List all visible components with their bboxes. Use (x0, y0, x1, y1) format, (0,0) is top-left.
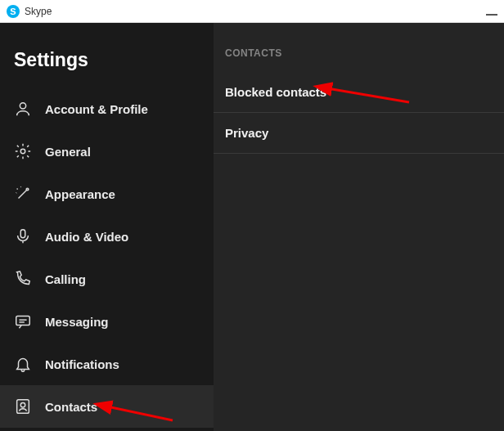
svg-rect-4 (16, 317, 30, 325)
app-body: Settings Account & Profile General Appea… (0, 23, 504, 431)
gear-icon (14, 142, 32, 160)
svg-rect-7 (17, 400, 29, 414)
svg-point-0 (20, 103, 25, 109)
sidebar-item-label: Messaging (45, 315, 109, 329)
svg-rect-3 (20, 230, 25, 238)
sidebar-item-label: Account & Profile (45, 102, 148, 116)
sidebar-item-label: Appearance (45, 187, 115, 201)
phone-icon (14, 270, 32, 288)
main-item-privacy[interactable]: Privacy (214, 113, 504, 154)
app-title: Skype (25, 6, 52, 17)
main-panel: CONTACTS Blocked contacts Privacy (214, 23, 504, 431)
sidebar-item-notifications[interactable]: Notifications (0, 343, 214, 385)
contacts-icon (14, 397, 32, 415)
sidebar-item-calling[interactable]: Calling (0, 258, 214, 300)
svg-point-8 (20, 402, 25, 407)
svg-point-1 (20, 149, 25, 154)
person-icon (14, 100, 32, 118)
sidebar-item-label: General (45, 145, 91, 159)
sidebar-item-contacts[interactable]: Contacts (0, 385, 214, 428)
section-header: CONTACTS (214, 23, 504, 72)
sidebar-item-label: Calling (45, 272, 86, 286)
wand-icon (14, 185, 32, 203)
sidebar-item-audio-video[interactable]: Audio & Video (0, 215, 214, 258)
sidebar-item-messaging[interactable]: Messaging (0, 300, 214, 343)
main-item-blocked-contacts[interactable]: Blocked contacts (214, 72, 504, 113)
titlebar: S Skype (0, 0, 504, 23)
sidebar: Settings Account & Profile General Appea… (0, 23, 214, 431)
skype-logo-icon: S (7, 5, 20, 18)
sidebar-item-label: Audio & Video (45, 230, 128, 244)
sidebar-item-label: Notifications (45, 357, 119, 371)
sidebar-item-account-profile[interactable]: Account & Profile (0, 88, 214, 130)
settings-title: Settings (0, 23, 214, 88)
sidebar-item-label: Contacts (45, 400, 97, 414)
titlebar-controls (486, 7, 497, 16)
titlebar-left: S Skype (7, 5, 52, 18)
sidebar-item-general[interactable]: General (0, 130, 214, 173)
bell-icon (14, 355, 32, 373)
sidebar-item-appearance[interactable]: Appearance (0, 173, 214, 215)
microphone-icon (14, 227, 32, 245)
message-icon (14, 312, 32, 330)
minimize-button[interactable] (486, 14, 497, 16)
